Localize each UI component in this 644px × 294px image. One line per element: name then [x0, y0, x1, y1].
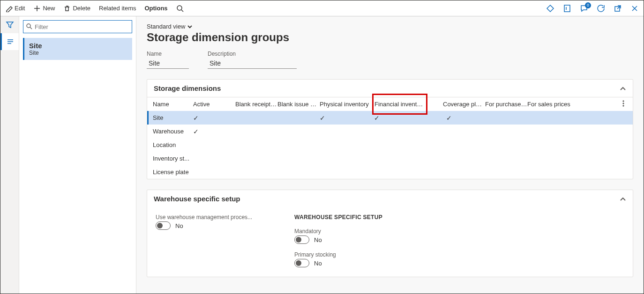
rail-filter-button[interactable]: [0, 16, 19, 33]
refresh-button[interactable]: [597, 4, 605, 13]
svg-point-6: [623, 105, 624, 106]
cell-active: [193, 128, 235, 135]
funnel-icon: [6, 21, 14, 29]
col-name[interactable]: Name: [153, 101, 193, 108]
rail-list-button[interactable]: [0, 33, 19, 50]
plus-icon: [33, 5, 41, 12]
table-row[interactable]: License plate: [147, 165, 633, 179]
cell-name: License plate: [153, 169, 193, 176]
popout-button[interactable]: [614, 4, 622, 13]
new-label: New: [43, 5, 55, 12]
col-active[interactable]: Active: [193, 101, 235, 108]
mandatory-value: No: [314, 236, 322, 243]
main-pane: Standard view Storage dimension groups N…: [136, 16, 644, 294]
cell-active: [193, 114, 235, 122]
storage-dim-title: Storage dimensions: [154, 84, 221, 92]
notif-count: 0: [585, 2, 591, 8]
edit-button[interactable]: Edit: [5, 5, 25, 12]
delete-button[interactable]: Delete: [63, 5, 90, 12]
new-button[interactable]: New: [33, 5, 55, 12]
svg-point-3: [27, 24, 30, 28]
options-label: Options: [144, 5, 167, 12]
list-item-site[interactable]: Site Site: [23, 38, 132, 60]
warehouse-title: Warehouse specific setup: [154, 195, 240, 203]
filter-wrap: [23, 20, 132, 33]
primary-toggle[interactable]: [294, 259, 309, 267]
search-icon: [176, 5, 184, 12]
filter-input[interactable]: [23, 20, 132, 33]
cell-name: Location: [153, 141, 193, 148]
col-coverage[interactable]: Coverage plan ...: [443, 101, 485, 108]
svg-rect-1: [564, 5, 570, 12]
diamond-icon: [546, 4, 554, 13]
notifications-button[interactable]: 0: [580, 4, 588, 13]
more-vertical-icon: [620, 100, 627, 107]
list-item-sub: Site: [29, 50, 127, 56]
attachments-button[interactable]: [546, 4, 554, 13]
trash-icon: [63, 5, 71, 12]
desc-field[interactable]: Site: [208, 58, 297, 69]
col-purchase[interactable]: For purchase p...: [485, 101, 527, 108]
svg-point-5: [623, 103, 624, 104]
table-row[interactable]: Location: [147, 138, 633, 152]
popout-icon: [614, 4, 622, 13]
cell-coverage: [446, 114, 488, 122]
close-icon: [630, 4, 639, 13]
wh-group-label: WAREHOUSE SPECIFIC SETUP: [294, 214, 382, 220]
chevron-down-icon: [187, 24, 193, 29]
related-items-button[interactable]: Related items: [99, 5, 136, 12]
search-button[interactable]: [176, 5, 184, 12]
storage-dimensions-fasttab: Storage dimensions Name Active Blank rec…: [147, 79, 633, 179]
chevron-up-icon: [620, 85, 626, 92]
name-label: Name: [147, 51, 189, 57]
view-label-text: Standard view: [147, 23, 185, 30]
mandatory-toggle[interactable]: [294, 235, 309, 244]
cell-financial: [374, 114, 430, 122]
page-title: Storage dimension groups: [147, 31, 633, 44]
primary-label: Primary stocking: [294, 251, 382, 258]
table-row[interactable]: Warehouse: [147, 125, 633, 138]
cell-name: Site: [153, 114, 193, 121]
pencil-icon: [5, 5, 13, 12]
chevron-up-icon: [620, 196, 626, 202]
related-label: Related items: [99, 5, 136, 12]
refresh-icon: [597, 4, 605, 13]
cell-name: Inventory st...: [153, 155, 193, 162]
warehouse-setup-fasttab: Warehouse specific setup Use warehouse m…: [147, 190, 633, 277]
use-wh-value: No: [175, 222, 183, 229]
warehouse-header[interactable]: Warehouse specific setup: [147, 190, 633, 207]
svg-point-4: [623, 101, 624, 102]
edit-label: Edit: [15, 5, 25, 12]
use-wh-label: Use warehouse management proces...: [156, 214, 252, 220]
storage-dim-grid: Name Active Blank receipt a... Blank iss…: [147, 97, 633, 179]
office-icon: [563, 4, 571, 13]
command-bar: Edit New Delete Related items Options: [0, 0, 644, 16]
table-row[interactable]: Inventory st...: [147, 152, 633, 165]
record-list-pane: Site Site: [19, 16, 136, 294]
primary-value: No: [314, 260, 322, 267]
col-blank-issue[interactable]: Blank issue all...: [277, 101, 320, 108]
lines-icon: [6, 37, 15, 46]
options-button[interactable]: Options: [144, 5, 167, 12]
left-rail: [0, 16, 19, 294]
col-blank-receipt[interactable]: Blank receipt a...: [235, 101, 277, 108]
delete-label: Delete: [73, 5, 90, 12]
grid-more-button[interactable]: [620, 100, 627, 109]
office-button[interactable]: [563, 4, 571, 13]
col-physical[interactable]: Physical inventory: [320, 101, 374, 108]
desc-label: Description: [208, 51, 297, 57]
svg-point-0: [177, 6, 182, 10]
col-sales[interactable]: For sales prices: [527, 101, 579, 108]
name-field[interactable]: Site: [147, 58, 189, 69]
col-financial-highlighted[interactable]: Financial inventory: [372, 94, 427, 115]
cell-name: Warehouse: [153, 128, 193, 135]
list-item-title: Site: [29, 42, 127, 50]
grid-header-row: Name Active Blank receipt a... Blank iss…: [147, 97, 633, 111]
cell-physical: [320, 114, 374, 122]
close-button[interactable]: [630, 4, 639, 13]
view-selector[interactable]: Standard view: [147, 23, 633, 30]
use-wh-toggle[interactable]: [156, 221, 171, 230]
mandatory-label: Mandatory: [294, 228, 382, 235]
search-icon: [26, 23, 32, 29]
